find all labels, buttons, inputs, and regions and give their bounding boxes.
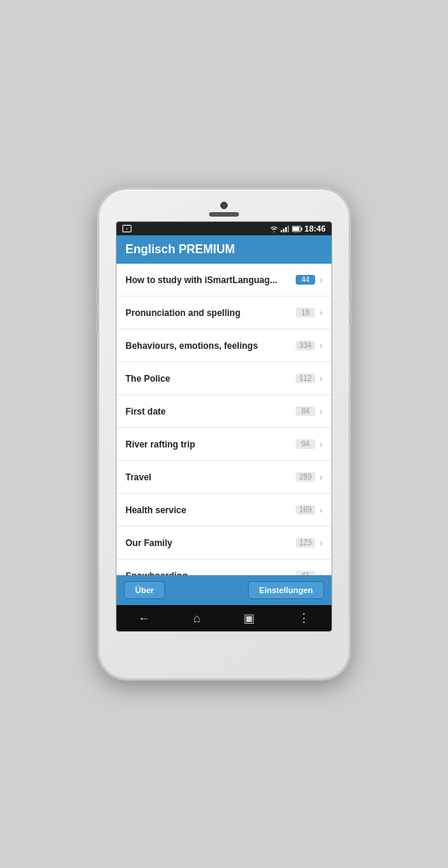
wifi-icon [270,225,279,232]
phone-screen: ▪ [116,221,332,632]
android-nav-bar: ← ⌂ ▣ ⋮ [116,605,332,631]
list-item-badge: 169 [296,505,315,515]
list-item-badge: 334 [296,341,315,350]
list-item[interactable]: Health service169› [116,494,332,527]
list-item-chevron-icon: › [320,373,323,384]
list-item-label: Behaviours, emotions, feelings [125,341,296,351]
category-list: How to study with iSmartLanguag...44›Pro… [116,264,332,575]
svg-rect-1 [283,229,284,232]
list-item-chevron-icon: › [320,439,323,450]
list-item-badge: 94 [296,439,315,449]
list-item-badge: 112 [296,373,315,383]
list-item-chevron-icon: › [320,472,323,483]
list-item[interactable]: First date84› [116,395,332,428]
list-item[interactable]: Travel289› [116,461,332,494]
earpiece-speaker [209,212,239,217]
einstellungen-button[interactable]: Einstellungen [248,581,324,599]
volume-down-button[interactable] [96,313,99,332]
status-left: ▪ [122,225,131,232]
svg-rect-0 [281,230,282,232]
list-item-chevron-icon: › [320,308,323,318]
bottom-buttons-bar: Über Einstellungen [116,575,332,605]
signal-icon [281,225,290,232]
list-item[interactable]: Pronunciation and spelling18› [116,297,332,329]
status-time: 18:46 [305,224,326,233]
recent-apps-button[interactable]: ▣ [243,611,255,625]
phone-frame: ▪ [97,187,351,681]
list-item-label: Our Family [125,538,296,548]
list-item-badge: 18 [296,308,315,317]
list-item[interactable]: How to study with iSmartLanguag...44› [116,264,332,297]
list-item-chevron-icon: › [320,406,323,417]
list-item[interactable]: The Police112› [116,362,332,395]
notification-icon: ▪ [122,225,131,232]
list-item-chevron-icon: › [320,275,323,285]
list-item-chevron-icon: › [320,505,323,515]
volume-up-button[interactable] [96,287,99,306]
ueber-button[interactable]: Über [124,581,165,599]
list-item-label: River rafting trip [125,439,296,450]
list-item-badge: 44 [296,275,315,285]
list-item-chevron-icon: › [320,341,323,351]
list-item-badge: 289 [296,472,315,482]
list-item[interactable]: River rafting trip94› [116,428,332,461]
phone-top [105,199,343,221]
front-camera [220,202,228,209]
list-item-chevron-icon: › [320,538,323,548]
list-item-label: How to study with iSmartLanguag... [125,275,296,285]
list-item-badge: 84 [296,406,315,416]
svg-rect-5 [301,228,302,230]
status-bar: ▪ [116,222,332,235]
app-header: Englisch PREMIUM [116,235,332,264]
list-item-label: The Police [125,373,296,384]
volume-button[interactable] [349,309,352,324]
status-icons: 18:46 [270,224,326,233]
list-item-label: First date [125,406,296,417]
list-item-label: Pronunciation and spelling [125,308,296,318]
svg-rect-6 [293,227,299,231]
list-item[interactable]: Our Family123› [116,527,332,559]
svg-rect-2 [285,227,287,232]
battery-icon [292,226,302,232]
power-button[interactable] [349,279,352,302]
list-item-badge: 123 [296,538,315,548]
svg-rect-3 [287,226,289,232]
list-item[interactable]: Snowboarding41› [116,559,332,575]
list-item[interactable]: Behaviours, emotions, feelings334› [116,329,332,362]
list-item-label: Travel [125,472,296,483]
app-title: Englisch PREMIUM [125,243,323,256]
home-button[interactable]: ⌂ [193,612,201,625]
back-button[interactable]: ← [138,612,150,625]
list-item-label: Health service [125,505,296,515]
menu-button[interactable]: ⋮ [298,611,310,625]
